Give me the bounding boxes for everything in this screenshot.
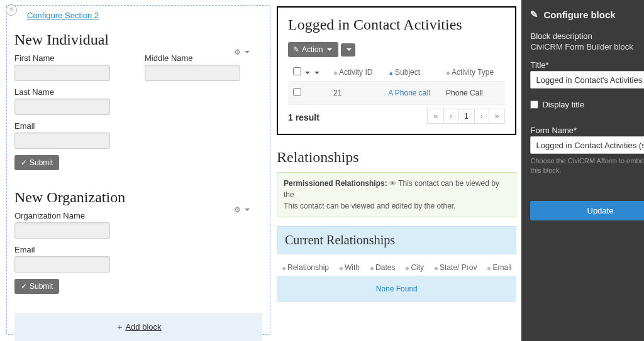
col-dates[interactable]: ◆Dates	[365, 259, 400, 276]
last-name-label: Last Name	[14, 87, 262, 97]
display-title-label: Display title	[542, 100, 584, 109]
table-header-row: ◆Activity ID ▲Subject ◆Activity Type	[288, 63, 505, 82]
cell-activity-id: 21	[328, 82, 383, 105]
col-activity-type[interactable]: ◆Activity Type	[441, 63, 505, 82]
activities-title: Logged in Contact Activities	[288, 16, 505, 33]
ind-email-label: Email	[14, 121, 262, 131]
relationships-title: Relationships	[277, 149, 516, 166]
block-description-label: Block description	[530, 31, 644, 41]
col-activity-id[interactable]: ◆Activity ID	[328, 63, 383, 82]
none-found-row: None Found	[277, 276, 516, 302]
add-block-bar[interactable]: ＋ Add block	[14, 313, 262, 341]
org-email-input[interactable]	[14, 256, 110, 273]
col-subject[interactable]: ▲Subject	[383, 63, 441, 82]
page-first[interactable]: «	[427, 109, 444, 124]
cell-activity-type: Phone Call	[441, 82, 505, 105]
new-individual-title: New Individual	[14, 31, 262, 48]
add-block-link[interactable]: Add block	[125, 322, 161, 332]
activities-table: ◆Activity ID ▲Subject ◆Activity Type 21 …	[288, 63, 505, 105]
configure-section-link[interactable]: Configure Section 2	[27, 11, 99, 20]
gear-icon[interactable]: ⚙	[234, 48, 250, 57]
last-name-input[interactable]	[14, 99, 110, 115]
col-relationship[interactable]: ◆Relationship	[277, 259, 334, 276]
block-description-value: CiviCRM Form Builder block	[530, 42, 644, 51]
eye-icon: 👁	[389, 180, 396, 187]
cell-subject-link[interactable]: A Phone call	[388, 89, 430, 97]
form-name-help: Choose the CiviCRM Afform to embed for t…	[530, 156, 644, 176]
org-email-label: Email	[14, 245, 262, 254]
ind-email-input[interactable]	[14, 133, 110, 149]
page-prev[interactable]: ‹	[443, 109, 458, 124]
current-relationships-header: Current Relationships	[277, 226, 516, 254]
configure-block-panel: ✎ Configure block ✕ Block description Ci…	[521, 0, 644, 341]
org-name-input[interactable]	[14, 222, 110, 239]
permissioned-relationships-box: Permissioned Relationships: 👁 This conta…	[277, 172, 516, 217]
pagination: «‹1›»	[428, 109, 505, 124]
middle-name-input[interactable]	[145, 65, 240, 81]
perm-line2: This contact can be viewed and edited by…	[284, 202, 456, 210]
first-name-label: First Name	[14, 53, 132, 63]
action-button[interactable]: ✎ Action	[288, 42, 338, 57]
page-next[interactable]: ›	[474, 109, 489, 124]
select-all-checkbox[interactable]	[293, 67, 301, 75]
col-state[interactable]: ◆State/ Prov	[429, 259, 482, 276]
col-city[interactable]: ◆City	[400, 259, 429, 276]
activities-block: Logged in Contact Activities ✎ Action ◆A…	[277, 6, 516, 135]
col-email[interactable]: ◆Email	[482, 259, 516, 276]
org-submit-button[interactable]: ✓ Submit	[14, 279, 59, 294]
action-caret-button[interactable]	[341, 43, 355, 57]
update-button[interactable]: Update	[530, 201, 644, 220]
title-label: Title*	[530, 60, 644, 70]
rel-header-row: ◆Relationship ◆With ◆Dates ◆City ◆State/…	[277, 259, 516, 276]
perm-label: Permissioned Relationships:	[284, 179, 387, 188]
title-input[interactable]	[530, 71, 644, 89]
form-name-select[interactable]	[530, 136, 644, 154]
row-checkbox[interactable]	[293, 88, 301, 96]
close-section-icon[interactable]: ×	[6, 4, 17, 16]
display-title-checkbox[interactable]	[530, 100, 538, 109]
panel-title: Configure block	[543, 9, 615, 20]
org-name-label: Organization Name	[14, 211, 262, 220]
ind-submit-button[interactable]: ✓ Submit	[14, 155, 59, 170]
page-last[interactable]: »	[489, 109, 506, 124]
new-organization-title: New Organization	[14, 189, 262, 206]
form-name-label: Form Name*	[530, 126, 644, 135]
table-row: 21 A Phone call Phone Call	[288, 82, 505, 105]
relationships-table: ◆Relationship ◆With ◆Dates ◆City ◆State/…	[277, 259, 516, 276]
gear-icon[interactable]: ⚙	[234, 205, 250, 214]
col-with[interactable]: ◆With	[334, 259, 365, 276]
pencil-icon: ✎	[530, 9, 538, 20]
first-name-input[interactable]	[14, 65, 110, 81]
page-current[interactable]: 1	[458, 109, 475, 124]
